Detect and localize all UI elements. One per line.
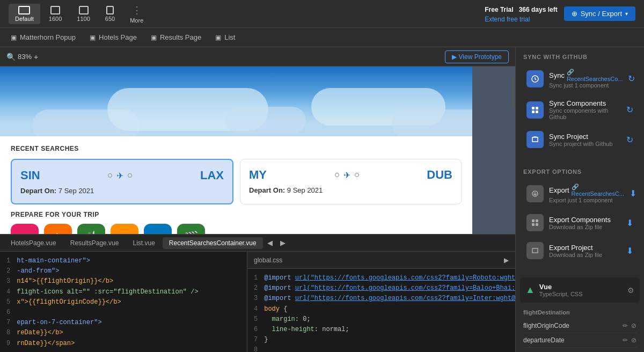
route-dot-left-2 (335, 173, 339, 177)
device-selector: Default 1600 1100 650 ⋮ More (9, 2, 150, 26)
prop-actions-0: ✏ ⊘ (623, 322, 636, 329)
sync-item-component[interactable]: Sync 🔗 RecentSearchesCo... Sync just 1 c… (519, 64, 641, 93)
prop-actions-1: ✏ ⊘ (623, 336, 636, 344)
canvas-background (0, 67, 472, 136)
more-dots-icon: ⋮ (132, 4, 142, 16)
tab-matterhorn-label: Matterhorn Popup (20, 33, 76, 41)
chevron-down-icon: ▾ (625, 11, 628, 17)
global-css-panel: global.css ▶ 12345678 @import url("https… (247, 252, 515, 352)
view-prototype-button[interactable]: ▶ View Prototype (445, 50, 509, 63)
zoom-in-button[interactable]: + (34, 53, 38, 61)
export-item-3-text: Export Project Download as Zip file (549, 244, 621, 258)
device-1600-label: 1600 (49, 16, 62, 22)
sync-component-icon (526, 70, 544, 87)
sync-item-2-text: Sync Components Sync components with Git… (549, 99, 621, 120)
trial-info: Free Trial 366 days left Extend free tri… (485, 4, 557, 24)
sync-item-1-sub: Sync just 1 component (549, 82, 623, 89)
dest-code-2: DUB (427, 168, 452, 182)
device-default-label: Default (15, 16, 34, 22)
file-tab-list[interactable]: List.vue (126, 237, 161, 249)
route-middle-2: ✈ (335, 170, 359, 180)
device-default[interactable]: Default (9, 4, 40, 24)
code-area: 123456789 ht-main-container"> -and-from"… (0, 252, 515, 352)
extend-trial-link[interactable]: Extend free trial (485, 16, 530, 23)
origin-code-2: MY (249, 168, 267, 182)
file-tab-prev[interactable]: ◀ (264, 238, 276, 248)
sync-export-button[interactable]: ⊕ Sync / Export ▾ (564, 6, 635, 21)
app-icon-food[interactable]: 🍴 (77, 224, 105, 234)
search-card-2[interactable]: MY ✈ DUB Depart On: 9 Sep 2021 (240, 159, 462, 204)
sync-item-2-sub: Sync components with Github (549, 107, 621, 120)
top-toolbar: Default 1600 1100 650 ⋮ More Free Trial … (0, 0, 644, 28)
toolbar-right: Free Trial 366 days left Extend free tri… (485, 4, 635, 24)
svg-rect-9 (532, 223, 535, 226)
export-item-components[interactable]: Export Components Download as Zip file ⬇ (519, 210, 641, 236)
sync-item-components[interactable]: Sync Components Sync components with Git… (519, 95, 641, 124)
page-icon: ▣ (90, 34, 96, 41)
tab-matterhorn[interactable]: ▣ Matterhorn Popup (4, 31, 82, 43)
search-card-1[interactable]: SIN ✈ LAX Depart On: 7 Sep 2021 (11, 159, 233, 204)
route-dot-right-2 (355, 173, 359, 177)
flight-arrow-icon-1: ✈ (116, 171, 123, 181)
app-icon-hotel[interactable]: 🛏 (11, 224, 39, 234)
svg-rect-3 (532, 111, 535, 113)
file-tab-hotels[interactable]: HotelsPage.vue (4, 237, 63, 249)
export-item-2-text: Export Components Download as Zip file (549, 216, 621, 230)
main-area: 🔍 83% + ▶ View Prototype (0, 47, 644, 352)
file-tab-results[interactable]: ResultsPage.vue (64, 237, 126, 249)
edit-icon-1[interactable]: ✏ (623, 336, 628, 344)
tab-hotels[interactable]: ▣ Hotels Page (83, 31, 143, 43)
export-action-3[interactable]: ⬇ (626, 246, 633, 256)
app-icon-bus[interactable]: 🚌 (111, 224, 138, 234)
file-tab-next[interactable]: ▶ (277, 238, 289, 248)
sync-action-3[interactable]: ↻ (626, 135, 633, 145)
device-1100[interactable]: 1100 (70, 4, 96, 24)
tab-results[interactable]: ▣ Results Page (144, 31, 208, 43)
code-panel: 123456789 ht-main-container"> -and-from"… (0, 252, 247, 352)
play-icon: ▶ (452, 53, 457, 61)
export-item-project[interactable]: Export Project Download as Zip file ⬇ (519, 238, 641, 263)
export-item-1-sub: Export just 1 component (549, 197, 624, 203)
gear-icon[interactable]: ⚙ (627, 286, 634, 295)
device-650-label: 650 (105, 16, 115, 22)
device-1600[interactable]: 1600 (42, 4, 68, 24)
global-css-expand-icon[interactable]: ▶ (504, 256, 509, 264)
export-item-component[interactable]: Export 🔗 RecentSearchesC... Export just … (519, 179, 641, 208)
app-icon-flight[interactable]: ✈ (44, 224, 72, 234)
delete-icon-0[interactable]: ⊘ (631, 322, 636, 329)
device-650[interactable]: 650 (99, 4, 121, 24)
canvas-area: 🔍 83% + ▶ View Prototype (0, 47, 515, 352)
prepare-section: PREPARE FOR YOUR TRIP 🛏 ✈ 🍴 🚌 🚗 🎬 (0, 204, 472, 234)
svg-rect-7 (532, 219, 535, 222)
device-more-label: More (130, 17, 143, 24)
sync-item-1-text: Sync 🔗 RecentSearchesCo... Sync just 1 c… (549, 69, 623, 89)
prop-row-2: returnDate ✏ ⊘ (523, 348, 636, 352)
depart-label-1: Depart On: (20, 187, 56, 195)
page-icon: ▣ (151, 34, 157, 41)
file-tab-recent-searches[interactable]: RecentSearchesContainer.vue (163, 237, 263, 249)
svg-rect-10 (536, 223, 538, 226)
card-route-1: SIN ✈ LAX (20, 168, 224, 182)
tab-results-label: Results Page (160, 33, 201, 41)
export-action-2[interactable]: ⬇ (626, 218, 633, 228)
code-content: ht-main-container"> -and-from"> n14">{{f… (17, 252, 247, 352)
sync-action-2[interactable]: ↻ (626, 105, 633, 115)
zoom-out-button[interactable]: 🔍 (6, 53, 16, 61)
sync-item-1-title: Sync 🔗 RecentSearchesCo... (549, 69, 623, 82)
app-icon-entertainment[interactable]: 🎬 (177, 224, 205, 234)
delete-icon-1[interactable]: ⊘ (631, 336, 636, 344)
app-icon-car[interactable]: 🚗 (144, 224, 172, 234)
export-action-1[interactable]: ⬇ (630, 188, 636, 199)
device-more[interactable]: ⋮ More (123, 2, 150, 26)
export-item-3-title: Export Project (549, 244, 621, 252)
bottom-panel: HotelsPage.vue ResultsPage.vue List.vue … (0, 234, 515, 352)
edit-icon-0[interactable]: ✏ (623, 322, 628, 329)
sync-item-project[interactable]: Sync Project Sync project with Github ↻ (519, 127, 641, 152)
cloud-5 (392, 109, 472, 136)
tab-list[interactable]: ▣ List (209, 31, 241, 43)
canvas-viewport[interactable]: RECENT SEARCHES SIN ✈ LAX (0, 67, 515, 234)
page-icon: ▣ (215, 34, 221, 41)
sync-action-1[interactable]: ↻ (628, 74, 635, 84)
export-components-icon (526, 214, 544, 231)
vue-info: Vue TypeScript, CSS (539, 283, 623, 297)
